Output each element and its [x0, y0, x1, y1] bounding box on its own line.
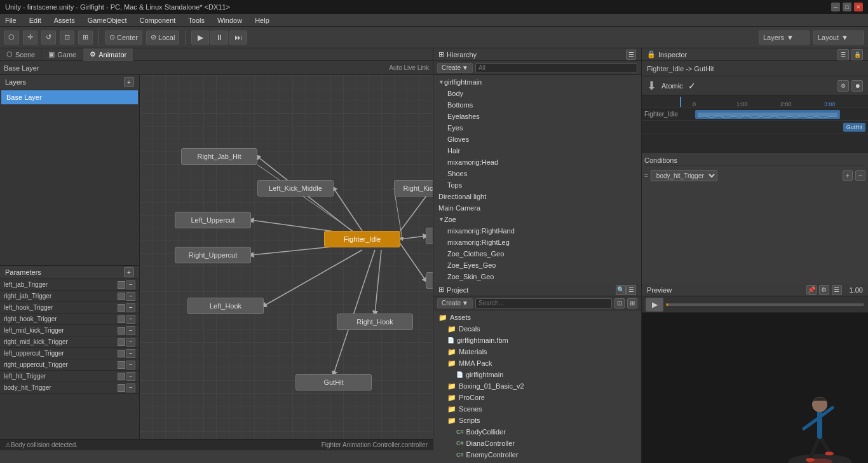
hierarchy-item[interactable]: Bottoms: [433, 99, 641, 111]
state-node-right_jab_hit[interactable]: Right_Jab_Hit: [181, 148, 257, 165]
minimize-button[interactable]: ─: [831, 3, 840, 11]
hierarchy-menu-button[interactable]: ☰: [626, 50, 636, 60]
state-node-left_kick_middle[interactable]: Left_Kick_Middle: [257, 180, 334, 197]
hierarchy-item[interactable]: Shoes: [433, 168, 641, 179]
tab-game[interactable]: ▣ Game: [42, 48, 83, 61]
project-create-button[interactable]: Create ▼: [437, 298, 473, 308]
state-node-left_uppercut[interactable]: Left_Uppercut: [175, 212, 251, 228]
hierarchy-item[interactable]: Main Camera: [433, 202, 641, 214]
state-node-right_jab[interactable]: Right_Jab: [426, 272, 433, 289]
hierarchy-item[interactable]: mixamorig:RightLeg: [433, 237, 641, 248]
condition-add-button[interactable]: +: [843, 170, 853, 181]
timeline-record-button[interactable]: ⏺: [851, 80, 863, 92]
state-node-right_kick_middle[interactable]: Right_Kick_Middle: [394, 180, 433, 197]
param-minus-button[interactable]: −: [126, 326, 135, 335]
tool-scale[interactable]: ⊡: [60, 31, 74, 45]
param-minus-button[interactable]: −: [126, 280, 135, 289]
menu-component[interactable]: Component: [137, 16, 178, 25]
param-minus-button[interactable]: −: [126, 349, 135, 358]
state-node-left_hook[interactable]: Left_Hook: [187, 298, 264, 314]
tab-scene[interactable]: ⬡ Scene: [0, 48, 42, 61]
tool-rect[interactable]: ⊞: [78, 31, 93, 45]
param-checkbox[interactable]: [118, 304, 125, 312]
tool-rotate[interactable]: ↺: [41, 31, 56, 45]
project-item[interactable]: 📁ProCore: [433, 392, 641, 403]
param-minus-button[interactable]: −: [126, 338, 135, 347]
menu-help[interactable]: Help: [252, 16, 272, 25]
layers-dropdown[interactable]: Layers ▼: [759, 31, 810, 45]
param-minus-button[interactable]: −: [126, 372, 135, 381]
hierarchy-item[interactable]: ▼ girlfightmain: [433, 76, 641, 88]
preview-play-button[interactable]: ▶: [646, 298, 663, 312]
project-item[interactable]: 📁MMA Pack: [433, 357, 641, 369]
state-node-right_uppercut[interactable]: Right_Uppercut: [175, 247, 251, 263]
preview-menu-button[interactable]: ☰: [832, 285, 842, 295]
inspector-lock-button[interactable]: 🔒: [851, 49, 863, 60]
menu-tools[interactable]: Tools: [186, 16, 207, 25]
project-item[interactable]: 📁Scripts: [433, 415, 641, 426]
param-minus-button[interactable]: −: [126, 315, 135, 324]
layout-dropdown[interactable]: Layout ▼: [813, 31, 864, 45]
menu-gameobject[interactable]: GameObject: [85, 16, 130, 25]
project-item[interactable]: 📁Boxing_01_Basic_v2: [433, 380, 641, 392]
hierarchy-item[interactable]: Zoe_Clothes_Geo: [433, 248, 641, 259]
param-checkbox[interactable]: [118, 293, 125, 300]
tool-move[interactable]: ✛: [23, 31, 37, 45]
param-checkbox[interactable]: [118, 373, 125, 380]
project-item[interactable]: 📄girlfightmain.fbm: [433, 335, 641, 346]
hierarchy-item[interactable]: Directional light: [433, 191, 641, 202]
hierarchy-item[interactable]: Eyelashes: [433, 111, 641, 122]
state-machine-canvas[interactable]: Fighter_IdleRight_Jab_HitLeft_Kick_Middl…: [140, 75, 433, 439]
param-checkbox[interactable]: [118, 338, 125, 346]
project-item[interactable]: C#BodyCollider: [433, 426, 641, 438]
maximize-button[interactable]: □: [843, 3, 851, 11]
step-button[interactable]: ⏭: [229, 31, 247, 45]
add-parameter-button[interactable]: +: [124, 267, 134, 277]
inspector-menu-button[interactable]: ☰: [837, 49, 849, 60]
close-button[interactable]: ✕: [854, 3, 863, 11]
param-minus-button[interactable]: −: [126, 361, 135, 370]
timeline-settings-button[interactable]: ⚙: [837, 80, 849, 92]
condition-remove-button[interactable]: −: [855, 170, 865, 181]
state-node-fighter_idle[interactable]: Fighter_Idle: [324, 231, 400, 247]
param-minus-button[interactable]: −: [126, 384, 135, 392]
hierarchy-item[interactable]: ▼ Zoe: [433, 214, 641, 225]
hierarchy-item[interactable]: Hair: [433, 145, 641, 156]
param-checkbox[interactable]: [118, 315, 125, 323]
center-button[interactable]: ⊙ Center: [105, 31, 142, 45]
project-item[interactable]: 📁Assets: [433, 312, 641, 323]
project-search-input[interactable]: [475, 298, 612, 308]
hierarchy-item[interactable]: Eyes: [433, 122, 641, 134]
preview-pin-button[interactable]: 📌: [806, 285, 817, 295]
param-minus-button[interactable]: −: [126, 292, 135, 301]
menu-edit[interactable]: Edit: [27, 16, 44, 25]
condition-param-select[interactable]: body_hit_Trigger: [651, 170, 717, 181]
param-checkbox[interactable]: [118, 350, 125, 357]
preview-settings-button[interactable]: ⚙: [819, 285, 829, 295]
hierarchy-search-input[interactable]: [475, 63, 637, 73]
hierarchy-item[interactable]: Gloves: [433, 134, 641, 145]
hierarchy-item[interactable]: Tops: [433, 179, 641, 191]
project-search-button[interactable]: 🔍: [616, 285, 626, 295]
state-node-gut_hit[interactable]: GutHit: [295, 374, 372, 390]
project-item[interactable]: C#EnemyController: [433, 449, 641, 460]
hierarchy-item[interactable]: mixamorig:RightHand: [433, 225, 641, 237]
menu-file[interactable]: File: [3, 16, 19, 25]
state-node-left_jab[interactable]: Left_Jab: [426, 228, 433, 244]
hierarchy-create-button[interactable]: Create ▼: [437, 63, 473, 73]
param-checkbox[interactable]: [118, 327, 125, 335]
project-item[interactable]: 📁Decals: [433, 323, 641, 335]
project-item[interactable]: 📁Scenes: [433, 403, 641, 415]
hierarchy-item[interactable]: Zoe_Skin_Geo: [433, 271, 641, 282]
project-item[interactable]: C#DianaController: [433, 438, 641, 449]
project-menu-button[interactable]: ☰: [626, 285, 636, 295]
menu-assets[interactable]: Assets: [51, 16, 78, 25]
project-view-button[interactable]: ⊞: [627, 298, 637, 308]
pause-button[interactable]: ⏸: [210, 31, 228, 45]
tab-animator[interactable]: ⚙ Animator: [83, 48, 133, 61]
hierarchy-item[interactable]: Zoe_Eyes_Geo: [433, 259, 641, 271]
menu-window[interactable]: Window: [215, 16, 245, 25]
state-node-right_hook[interactable]: Right_Hook: [337, 314, 413, 330]
base-layer-item[interactable]: Base Layer: [1, 90, 138, 104]
add-layer-button[interactable]: +: [124, 77, 134, 87]
